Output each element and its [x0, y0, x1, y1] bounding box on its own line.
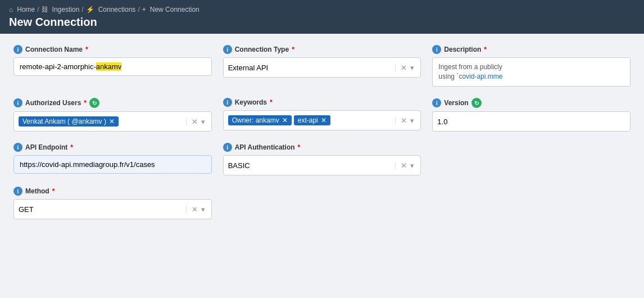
- authorized-users-label: i Authorized Users * ↻: [13, 98, 212, 108]
- tag-label: ext-api: [298, 116, 318, 124]
- keywords-label: i Keywords *: [223, 98, 421, 107]
- description-label: i Description *: [432, 45, 631, 54]
- breadcrumb: ⌂ Home / ⛓ Ingestion / ⚡ Connections / +…: [9, 6, 635, 13]
- keywords-select[interactable]: Owner: ankamv ✕ ext-api ✕ ✕ ▾: [223, 110, 421, 130]
- connection-name-display[interactable]: remote-api-2-amorphic-ankamv: [13, 57, 212, 76]
- connection-type-value: External API: [228, 64, 269, 72]
- method-dropdown-button[interactable]: ▾: [199, 206, 207, 213]
- tag-remove-button-0[interactable]: ✕: [282, 117, 288, 124]
- ingestion-icon: ⛓: [42, 6, 48, 13]
- version-col: i Version ↻: [432, 98, 631, 132]
- keyword-tag-1: ext-api ✕: [294, 115, 330, 125]
- form-row-2: i Authorized Users * ↻ Venkat Ankam ( @a…: [13, 98, 631, 132]
- tag-label: Owner: ankamv: [232, 116, 279, 124]
- api-endpoint-col: i API Endpoint *: [13, 143, 212, 175]
- connection-type-label: i Connection Type *: [223, 45, 421, 54]
- tag-remove-button[interactable]: ✕: [109, 118, 115, 125]
- api-endpoint-info-icon: i: [13, 143, 22, 152]
- connection-name-label: i Connection Name *: [13, 45, 212, 54]
- version-refresh-icon[interactable]: ↻: [471, 98, 482, 108]
- api-authentication-value: BASIC: [228, 161, 250, 170]
- authorized-users-dropdown-button[interactable]: ▾: [199, 118, 207, 125]
- connections-icon: ⚡: [86, 6, 94, 13]
- api-authentication-dropdown-button[interactable]: ▾: [409, 162, 416, 169]
- keywords-clear-button[interactable]: ✕: [399, 117, 409, 124]
- description-info-icon: i: [432, 45, 441, 54]
- connection-name-col: i Connection Name * remote-api-2-amorphi…: [13, 45, 212, 87]
- form-row-4: i Method * GET ✕ ▾: [13, 187, 631, 219]
- authorized-users-refresh-icon[interactable]: ↻: [89, 98, 99, 108]
- api-authentication-select[interactable]: BASIC ✕ ▾: [223, 155, 421, 175]
- description-field[interactable]: Ingest from a publicly using `covid-api.…: [432, 57, 631, 87]
- authorized-users-info-icon: i: [13, 98, 22, 107]
- authorized-users-clear-button[interactable]: ✕: [190, 118, 199, 125]
- method-value: GET: [19, 205, 34, 214]
- version-info-icon: i: [432, 98, 441, 107]
- connection-type-dropdown-button[interactable]: ▾: [409, 64, 416, 71]
- api-authentication-info-icon: i: [223, 143, 232, 152]
- tag-remove-button-1[interactable]: ✕: [321, 117, 326, 124]
- method-clear-button[interactable]: ✕: [190, 206, 199, 213]
- api-authentication-label: i API Authentication *: [223, 143, 421, 152]
- api-authentication-col: i API Authentication * BASIC ✕ ▾: [223, 143, 421, 175]
- form-row-1: i Connection Name * remote-api-2-amorphi…: [13, 45, 631, 87]
- api-authentication-clear-button[interactable]: ✕: [399, 162, 409, 169]
- version-label: i Version ↻: [432, 98, 631, 108]
- breadcrumb-home[interactable]: Home: [17, 6, 35, 13]
- breadcrumb-connections[interactable]: Connections: [98, 6, 136, 13]
- form-row-3: i API Endpoint * i API Authentication * …: [13, 143, 631, 175]
- authorized-users-select[interactable]: Venkat Ankam ( @ankamv ) ✕ ✕ ▾: [13, 111, 212, 132]
- version-input-wrap: [432, 111, 631, 132]
- header: ⌂ Home / ⛓ Ingestion / ⚡ Connections / +…: [0, 0, 644, 34]
- connection-type-info-icon: i: [223, 45, 232, 54]
- method-col: i Method * GET ✕ ▾: [13, 187, 212, 219]
- authorized-users-tag-0: Venkat Ankam ( @ankamv ) ✕: [19, 116, 119, 127]
- method-info-icon: i: [13, 187, 22, 196]
- api-endpoint-label: i API Endpoint *: [13, 143, 212, 152]
- version-input[interactable]: [437, 118, 625, 126]
- connection-type-clear-button[interactable]: ✕: [399, 64, 409, 71]
- home-icon: ⌂: [9, 6, 13, 13]
- keyword-tag-0: Owner: ankamv ✕: [228, 115, 292, 125]
- keywords-col: i Keywords * Owner: ankamv ✕ ext-api ✕ ✕…: [223, 98, 421, 132]
- new-connection-icon: +: [142, 6, 146, 13]
- connection-type-select[interactable]: External API ✕ ▾: [223, 57, 421, 78]
- description-text: Ingest from a publicly using `covid-api.…: [438, 63, 502, 80]
- breadcrumb-ingestion[interactable]: Ingestion: [52, 6, 80, 13]
- authorized-users-col: i Authorized Users * ↻ Venkat Ankam ( @a…: [13, 98, 212, 132]
- keywords-info-icon: i: [223, 98, 232, 107]
- connection-type-col: i Connection Type * External API ✕ ▾: [223, 45, 421, 87]
- breadcrumb-new-connection: New Connection: [150, 6, 199, 13]
- connection-name-info-icon: i: [13, 45, 22, 54]
- description-col: i Description * Ingest from a publicly u…: [432, 45, 631, 87]
- page-title: New Connection: [9, 16, 635, 29]
- api-endpoint-input[interactable]: [13, 155, 212, 174]
- keywords-dropdown-button[interactable]: ▾: [409, 117, 416, 124]
- connection-name-highlight: ankamv: [96, 62, 122, 71]
- method-select[interactable]: GET ✕ ▾: [13, 199, 212, 219]
- tag-label: Venkat Ankam ( @ankamv ): [22, 118, 106, 125]
- content-area: i Connection Name * remote-api-2-amorphi…: [0, 34, 644, 242]
- method-label: i Method *: [13, 187, 212, 196]
